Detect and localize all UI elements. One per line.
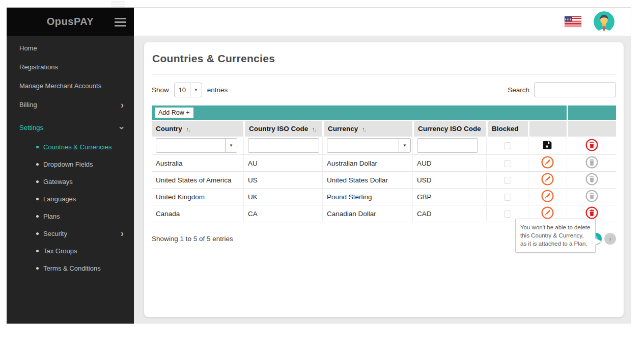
sidebar-item-settings[interactable]: Settings › xyxy=(7,118,134,137)
table-row: United Kingdom UK Pound Sterling GBP xyxy=(152,189,616,205)
search-label: Search xyxy=(508,86,529,94)
delete-icon[interactable] xyxy=(585,138,599,152)
column-header-currency[interactable]: Currency ↑↓ xyxy=(322,120,412,137)
page-length-control: Show 10 ▼ entries xyxy=(152,83,228,97)
bullet-icon xyxy=(36,146,39,148)
column-header-delete xyxy=(567,120,616,137)
cell-country: United States of America xyxy=(152,172,243,189)
table-wrapper: Add Row + Country ↑↓ Country ISO Code ↑↓ xyxy=(152,105,616,222)
cell-currency-iso: CAD xyxy=(412,205,486,222)
sidebar-item-gateways[interactable]: Gateways xyxy=(7,173,134,190)
currency-iso-input[interactable] xyxy=(417,138,478,153)
blocked-checkbox[interactable] xyxy=(504,177,511,184)
sidebar-item-registrations[interactable]: Registrations xyxy=(7,58,134,76)
settings-submenu: Countries & Currencies Dropdown Fields G… xyxy=(7,137,134,279)
sidebar-item-countries-currencies[interactable]: Countries & Currencies xyxy=(7,138,134,155)
sidebar: Home Registrations Manage Merchant Accou… xyxy=(7,36,134,324)
chevron-right-icon: › xyxy=(121,102,124,108)
language-flag-icon[interactable] xyxy=(565,16,581,27)
sidebar-item-dropdown-fields[interactable]: Dropdown Fields xyxy=(7,155,134,173)
country-select[interactable]: ▼ xyxy=(156,138,237,153)
countries-currencies-card: Countries & Currencies Show 10 ▼ entries… xyxy=(144,42,624,317)
select-arrow-icon: ▼ xyxy=(399,139,410,152)
delete-icon-disabled[interactable] xyxy=(585,189,599,203)
sidebar-item-billing[interactable]: Billing › xyxy=(7,95,134,114)
cell-currency-iso: GBP xyxy=(412,189,486,205)
user-avatar[interactable] xyxy=(594,11,614,32)
bullet-icon xyxy=(36,232,39,235)
cell-country-iso: AU xyxy=(243,155,322,172)
bullet-icon xyxy=(36,215,39,218)
cell-country: Canada xyxy=(152,205,243,222)
cell-currency-iso: USD xyxy=(412,172,486,189)
edit-icon[interactable] xyxy=(541,155,554,169)
sort-icon: ↑↓ xyxy=(362,125,366,133)
sidebar-item-tax-groups[interactable]: Tax Groups xyxy=(7,242,134,259)
cell-currency: United States Dollar xyxy=(322,172,412,189)
page-title: Countries & Currencies xyxy=(152,42,616,74)
sidebar-item-plans[interactable]: Plans xyxy=(7,207,134,225)
delete-icon-disabled[interactable] xyxy=(585,155,599,169)
column-header-blocked: Blocked xyxy=(486,120,528,137)
cell-country-iso: US xyxy=(243,172,322,189)
sidebar-item-security[interactable]: Security › xyxy=(7,225,134,242)
sidebar-item-home[interactable]: Home xyxy=(7,39,134,58)
currency-select[interactable]: ▼ xyxy=(327,138,411,153)
cell-country-iso: UK xyxy=(243,189,322,205)
countries-table: Add Row + Country ↑↓ Country ISO Code ↑↓ xyxy=(152,105,616,222)
pagination-next-icon[interactable]: › xyxy=(604,233,616,245)
sidebar-item-languages[interactable]: Languages xyxy=(7,190,134,207)
delete-icon[interactable] xyxy=(585,206,599,220)
cell-currency: Canadian Dollar xyxy=(322,205,412,222)
edit-icon[interactable] xyxy=(541,172,554,186)
cell-country: United Kingdom xyxy=(152,189,243,205)
blocked-checkbox[interactable] xyxy=(504,210,511,218)
search-input[interactable] xyxy=(534,82,616,97)
table-row: Australia AU Australian Dollar AUD xyxy=(152,155,616,172)
search-control: Search xyxy=(508,82,616,97)
bullet-icon xyxy=(36,267,39,270)
sort-icon: ↑↓ xyxy=(485,125,486,133)
content-area: Countries & Currencies Show 10 ▼ entries… xyxy=(134,36,631,324)
blocked-checkbox[interactable] xyxy=(504,194,511,201)
bullet-icon xyxy=(36,180,39,183)
cell-currency: Pound Sterling xyxy=(322,189,412,205)
add-row-button[interactable]: Add Row + xyxy=(155,108,193,118)
blocked-checkbox[interactable] xyxy=(504,160,511,167)
select-arrow-icon: ▼ xyxy=(190,83,202,97)
title-divider xyxy=(152,74,616,74)
page-length-select[interactable]: 10 ▼ xyxy=(174,83,202,97)
topbar xyxy=(134,7,631,36)
new-row-editor: ▼ ▼ xyxy=(152,137,616,155)
cell-currency: Australian Dollar xyxy=(322,155,412,172)
sidebar-item-terms-conditions[interactable]: Terms & Conditions xyxy=(7,259,134,277)
bullet-icon xyxy=(36,250,39,252)
cell-country-iso: CA xyxy=(243,205,322,222)
column-header-country-iso[interactable]: Country ISO Code ↑↓ xyxy=(243,120,322,137)
delete-icon-disabled[interactable] xyxy=(585,172,599,186)
sidebar-item-manage-merchant-accounts[interactable]: Manage Merchant Accounts xyxy=(7,76,134,95)
show-label: Show xyxy=(152,86,169,94)
edit-icon[interactable] xyxy=(541,189,554,203)
column-header-currency-iso[interactable]: Currency ISO Code ↑↓ xyxy=(412,120,486,137)
sort-icon: ↑↓ xyxy=(312,125,316,133)
menu-toggle-icon[interactable] xyxy=(115,18,126,29)
bullet-icon xyxy=(36,198,39,200)
add-row-bar: Add Row + xyxy=(152,105,616,120)
save-icon[interactable] xyxy=(542,140,553,150)
table-row: United States of America US United State… xyxy=(152,172,616,189)
table-header-row: Country ↑↓ Country ISO Code ↑↓ Currency … xyxy=(152,120,616,137)
logo-bar: OpusPAY xyxy=(7,7,134,36)
table-controls: Show 10 ▼ entries Search xyxy=(152,82,616,97)
sort-icon: ↑↓ xyxy=(186,125,190,133)
delete-disabled-tooltip: You won't be able to delete this Country… xyxy=(515,219,596,253)
edit-icon[interactable] xyxy=(541,206,554,220)
chevron-down-icon: › xyxy=(120,126,125,129)
bullet-icon xyxy=(36,163,39,166)
column-header-country[interactable]: Country ↑↓ xyxy=(152,120,243,137)
country-iso-input[interactable] xyxy=(248,138,319,153)
entries-label: entries xyxy=(207,86,228,94)
cell-currency-iso: AUD xyxy=(412,155,486,172)
select-arrow-icon: ▼ xyxy=(225,139,237,152)
blocked-checkbox[interactable] xyxy=(504,142,511,149)
